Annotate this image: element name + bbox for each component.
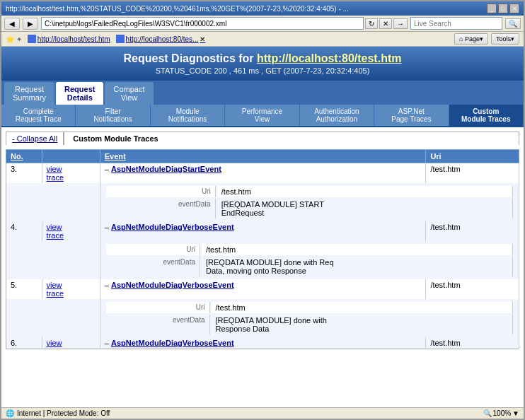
detail-value: /test.htm	[217, 186, 513, 197]
detail-value: [REQDATA MODULE] done withResponse Data	[212, 315, 514, 334]
row-uri: /test.htm	[426, 221, 519, 241]
table-row: 3. viewtrace – AspNetModuleDiagStartEven…	[6, 163, 519, 184]
minimize-button[interactable]: _	[487, 4, 497, 13]
fav-item-1[interactable]: http://localhost/test.htm	[28, 35, 110, 43]
tabs-row2: Complete Request Trace Filter Notificati…	[1, 105, 524, 127]
close-tab-btn[interactable]: ✕	[200, 35, 205, 43]
trace-table: No. Event Uri 3. viewtrace – AspNetModul…	[6, 149, 519, 349]
detail-label: eventData	[106, 199, 216, 218]
detail-value: /test.htm	[212, 302, 514, 313]
event-link-4[interactable]: AspNetModuleDiagVerboseEvent	[111, 223, 234, 231]
status-left: 🌐 Internet | Protected Mode: Off	[6, 409, 110, 417]
go-button[interactable]: →	[393, 18, 408, 29]
table-row-detail: Uri /test.htm eventData [REQDATA MODULE]…	[6, 241, 519, 279]
table-row: 4. viewtrace – AspNetModuleDiagVerboseEv…	[6, 221, 519, 241]
detail-label: eventData	[106, 257, 200, 276]
tab-request-details[interactable]: Request Details	[56, 82, 103, 105]
row-uri: /test.htm	[426, 279, 519, 299]
detail-row: eventData [REQDATA MODULE] done withResp…	[106, 315, 513, 334]
zoom-icon: 🔍	[483, 409, 492, 417]
page-url-link[interactable]: http://localhost:80/test.htm	[257, 52, 401, 64]
col-header-uri: Uri	[426, 150, 519, 163]
forward-button[interactable]: ▶	[23, 18, 38, 30]
row-no: 5.	[6, 279, 42, 299]
section-title: Custom Module Traces	[64, 132, 519, 145]
event-link-6[interactable]: AspNetModuleDiagVerboseEvent	[111, 339, 234, 347]
fav-item-2[interactable]: http://localhost:80/tes... ✕	[116, 35, 206, 43]
col-header-no: No.	[6, 150, 42, 163]
zoom-dropdown-icon[interactable]: ▼	[512, 409, 519, 417]
tab-filter-notifications[interactable]: Filter Notifications	[76, 105, 150, 126]
tab-asp-net-page-traces[interactable]: ASP.Net Page Traces	[374, 105, 449, 126]
collapse-bar: - Collapse All Custom Module Traces	[6, 132, 519, 145]
page-subtitle: STATUS_CODE 200 , 461 ms , GET (2007-7-2…	[7, 66, 518, 75]
row-event: – AspNetModuleDiagVerboseEvent	[100, 279, 426, 299]
collapse-all-button[interactable]: - Collapse All	[6, 132, 64, 145]
fav-icon-1	[28, 35, 36, 43]
row-viewtrace: viewtrace	[42, 163, 100, 184]
stop-button[interactable]: ✕	[379, 18, 392, 29]
zoom-box: 🔍 100% ▼	[483, 409, 519, 417]
toolbar-right: ⌂ Page▾ Tools▾	[454, 33, 519, 45]
row-viewtrace: viewtrace	[42, 221, 100, 241]
home-button[interactable]: ⌂ Page▾	[454, 33, 488, 45]
detail-label: eventData	[106, 315, 210, 334]
event-link-3[interactable]: AspNetModuleDiagStartEvent	[111, 165, 221, 173]
page-content: Request Diagnostics for http://localhost…	[1, 47, 524, 407]
tab-complete-request-trace[interactable]: Complete Request Trace	[1, 105, 76, 126]
zoom-level: 100%	[493, 409, 512, 417]
detail-label: Uri	[106, 186, 216, 197]
detail-row: Uri /test.htm	[106, 186, 513, 197]
search-input[interactable]	[410, 17, 502, 30]
detail-row: Uri /test.htm	[106, 302, 513, 313]
page-header: Request Diagnostics for http://localhost…	[1, 47, 524, 81]
tab-compact-view[interactable]: Compact View	[105, 82, 153, 105]
detail-label: Uri	[106, 302, 210, 313]
title-bar: http://localhost/test.htm,%20STATUS_CODE…	[1, 1, 524, 16]
tabs-row1: Request Summary Request Details Compact …	[1, 81, 524, 105]
maximize-button[interactable]: □	[498, 4, 508, 13]
table-row-detail: Uri /test.htm eventData [REQDATA MODULE]…	[6, 183, 519, 221]
close-button[interactable]: ✕	[509, 4, 519, 13]
tab-auth-authorization[interactable]: Authentication Authorization	[300, 105, 374, 126]
detail-table-4: Uri /test.htm eventData [REQDATA MODULE]…	[105, 243, 514, 278]
tab-module-notifications[interactable]: Module Notifications	[151, 105, 225, 126]
tools-button[interactable]: Tools▾	[491, 33, 519, 45]
fav-label: ⭐ ✦	[6, 35, 22, 43]
favorites-bar: ⭐ ✦ http://localhost/test.htm http://loc…	[1, 32, 524, 47]
detail-value: [REQDATA MODULE] done with ReqData, movi…	[202, 257, 513, 276]
table-row-detail: Uri /test.htm eventData [REQDATA MODULE]…	[6, 299, 519, 337]
detail-row: eventData [REQDATA MODULE] STARTEndReque…	[106, 199, 513, 218]
page-title: Request Diagnostics for http://localhost…	[7, 52, 518, 65]
detail-row: eventData [REQDATA MODULE] done with Req…	[106, 257, 513, 276]
refresh-button[interactable]: ↻	[365, 18, 378, 29]
view-trace-link-6[interactable]: view	[47, 339, 62, 347]
back-button[interactable]: ◀	[4, 18, 20, 30]
fav-icon-2	[116, 35, 125, 43]
search-button[interactable]: 🔍	[505, 18, 521, 29]
row-event: – AspNetModuleDiagStartEvent	[100, 163, 426, 184]
row-uri: /test.htm	[426, 163, 519, 184]
tab-performance-view[interactable]: Performance View	[225, 105, 299, 126]
view-trace-link-3[interactable]: viewtrace	[47, 165, 64, 182]
detail-table-5: Uri /test.htm eventData [REQDATA MODULE]…	[105, 301, 514, 336]
view-trace-link-5[interactable]: viewtrace	[47, 281, 64, 298]
row-no: 6.	[6, 337, 42, 349]
address-input[interactable]	[41, 17, 364, 30]
tab-request-summary[interactable]: Request Summary	[4, 82, 54, 105]
event-link-5[interactable]: AspNetModuleDiagVerboseEvent	[111, 281, 234, 289]
zone-text: Internet | Protected Mode: Off	[17, 409, 110, 417]
tab-custom-module-traces[interactable]: Custom Module Traces	[449, 105, 524, 126]
table-row: 6. view – AspNetModuleDiagVerboseEvent /…	[6, 337, 519, 349]
address-bar: ↻ ✕ →	[41, 17, 408, 30]
view-trace-link-4[interactable]: viewtrace	[47, 223, 64, 240]
row-uri: /test.htm	[426, 337, 519, 349]
col-header-event: Event	[100, 150, 426, 163]
trace-content: - Collapse All Custom Module Traces No. …	[1, 127, 524, 407]
row-event: – AspNetModuleDiagVerboseEvent	[100, 221, 426, 241]
row-no: 3.	[6, 163, 42, 184]
zone-icon: 🌐	[6, 409, 14, 417]
detail-table-3: Uri /test.htm eventData [REQDATA MODULE]…	[105, 185, 514, 220]
row-viewtrace: viewtrace	[42, 279, 100, 299]
col-header-viewtrace	[42, 150, 100, 163]
